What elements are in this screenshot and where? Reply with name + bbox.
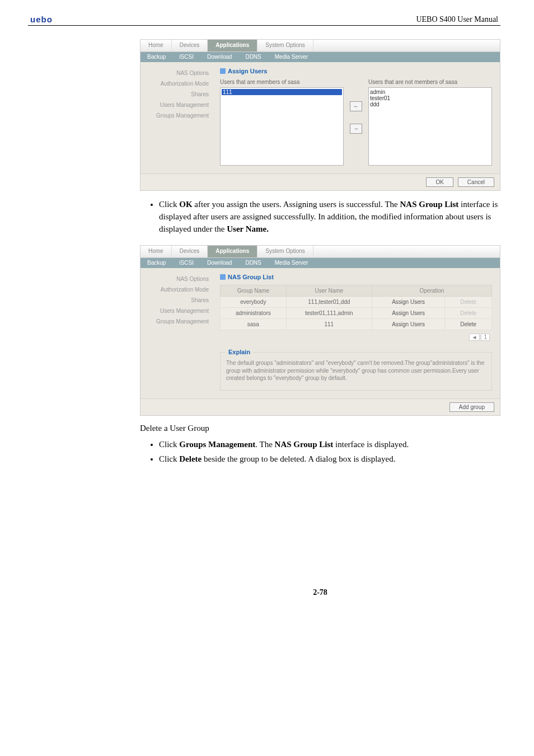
tab-devices[interactable]: Devices — [172, 40, 208, 51]
sidebar-item-nas-options[interactable]: NAS Options — [144, 68, 209, 78]
cell-group: administrators — [221, 308, 287, 319]
table-row: everybody 111,tester01,ddd Assign Users … — [221, 297, 492, 308]
cell-group: everybody — [221, 297, 287, 308]
add-group-button[interactable]: Add group — [449, 402, 494, 412]
tab-devices[interactable]: Devices — [172, 246, 208, 257]
subtab-iscsi[interactable]: iSCSI — [172, 52, 200, 62]
pager-prev[interactable]: ◄ — [469, 334, 480, 341]
nonmembers-label: Users that are not members of sasa — [368, 79, 492, 85]
cell-users: tester01,111,admin — [286, 308, 372, 319]
tab-home[interactable]: Home — [140, 246, 172, 257]
tab-applications[interactable]: Applications — [208, 40, 257, 51]
assign-users-link[interactable]: Assign Users — [388, 299, 428, 305]
nonmember-item[interactable]: admin — [370, 89, 490, 95]
instruction-item: Click OK after you assign the users. Ass… — [159, 199, 500, 235]
sidebar-item-users-management[interactable]: Users Management — [144, 100, 209, 110]
col-user-name: User Name — [286, 285, 372, 297]
nas-sidebar: NAS Options Authorization Mode Shares Us… — [140, 62, 214, 173]
tab-applications[interactable]: Applications — [208, 246, 257, 257]
table-row: sasa 111 Assign Users Delete — [221, 319, 492, 330]
tab-system-options[interactable]: System Options — [257, 246, 313, 257]
subtab-media-server[interactable]: Media Server — [268, 258, 315, 268]
cell-group: sasa — [221, 319, 287, 330]
move-right-button[interactable]: → — [350, 124, 362, 134]
assign-users-heading: Assign Users — [220, 68, 492, 74]
delete-link[interactable]: Delete — [457, 321, 480, 327]
instruction-item: Click Groups Management. The NAS Group L… — [159, 439, 500, 451]
delete-link: Delete — [457, 310, 480, 316]
ok-button[interactable]: OK — [426, 177, 453, 187]
sidebar-item-shares[interactable]: Shares — [144, 89, 209, 100]
col-operation: Operation — [372, 285, 491, 297]
nonmember-item[interactable]: ddd — [370, 101, 490, 107]
move-left-button[interactable]: ← — [350, 101, 362, 111]
cell-users: 111,tester01,ddd — [286, 297, 372, 308]
sidebar-item-nas-options[interactable]: NAS Options — [144, 274, 209, 284]
brand-logo: uebo — [30, 15, 53, 24]
delete-instruction-list: Click Groups Management. The NAS Group L… — [140, 439, 500, 466]
sidebar-item-groups-management[interactable]: Groups Management — [144, 110, 209, 121]
subtab-iscsi[interactable]: iSCSI — [172, 258, 200, 268]
members-listbox[interactable]: 111 — [220, 87, 344, 166]
nas-sidebar: NAS Options Authorization Mode Shares Us… — [140, 268, 214, 398]
assign-users-link[interactable]: Assign Users — [388, 310, 428, 316]
assign-users-link[interactable]: Assign Users — [388, 321, 428, 327]
subtab-media-server[interactable]: Media Server — [268, 52, 315, 62]
page-header: uebo UEBO S400 User Manual — [28, 0, 500, 26]
sidebar-item-shares[interactable]: Shares — [144, 295, 209, 306]
subtab-backup[interactable]: Backup — [140, 52, 172, 62]
cell-users: 111 — [286, 319, 372, 330]
subtab-download[interactable]: Download — [200, 52, 238, 62]
group-list-heading: NAS Group List — [220, 274, 492, 280]
sidebar-item-authorization-mode[interactable]: Authorization Mode — [144, 78, 209, 89]
screenshot-group-list: Home Devices Applications System Options… — [140, 245, 500, 416]
nonmembers-listbox[interactable]: admin tester01 ddd — [368, 87, 492, 166]
page-number: 2-78 — [140, 588, 500, 597]
member-item[interactable]: 111 — [222, 89, 342, 95]
group-table: Group Name User Name Operation everybody… — [220, 285, 492, 330]
pager-page[interactable]: 1 — [481, 334, 490, 341]
nonmember-item[interactable]: tester01 — [370, 95, 490, 101]
cancel-button[interactable]: Cancel — [458, 177, 494, 187]
subtab-ddns[interactable]: DDNS — [238, 258, 268, 268]
tab-home[interactable]: Home — [140, 40, 172, 51]
table-row: administrators tester01,111,admin Assign… — [221, 308, 492, 319]
sidebar-item-authorization-mode[interactable]: Authorization Mode — [144, 284, 209, 295]
sidebar-item-users-management[interactable]: Users Management — [144, 306, 209, 316]
manual-title: UEBO S400 User Manual — [416, 15, 498, 24]
pager: ◄1 — [220, 330, 492, 344]
explain-text: The default groups "administrators" and … — [226, 359, 486, 382]
instruction-item: Click Delete beside the group to be dele… — [159, 453, 500, 466]
subtab-download[interactable]: Download — [200, 258, 238, 268]
explain-title: Explain — [226, 349, 252, 355]
members-label: Users that are members of sasa — [220, 79, 344, 85]
delete-group-heading: Delete a User Group — [140, 424, 500, 433]
subtab-backup[interactable]: Backup — [140, 258, 172, 268]
instruction-list: Click OK after you assign the users. Ass… — [140, 199, 500, 235]
screenshot-assign-users: Home Devices Applications System Options… — [140, 39, 500, 191]
explain-box: Explain The default groups "administrato… — [220, 352, 492, 391]
col-group-name: Group Name — [221, 285, 287, 297]
table-header-row: Group Name User Name Operation — [221, 285, 492, 297]
tab-system-options[interactable]: System Options — [257, 40, 313, 51]
sidebar-item-groups-management[interactable]: Groups Management — [144, 316, 209, 327]
delete-link: Delete — [457, 299, 480, 305]
subtab-ddns[interactable]: DDNS — [238, 52, 268, 62]
